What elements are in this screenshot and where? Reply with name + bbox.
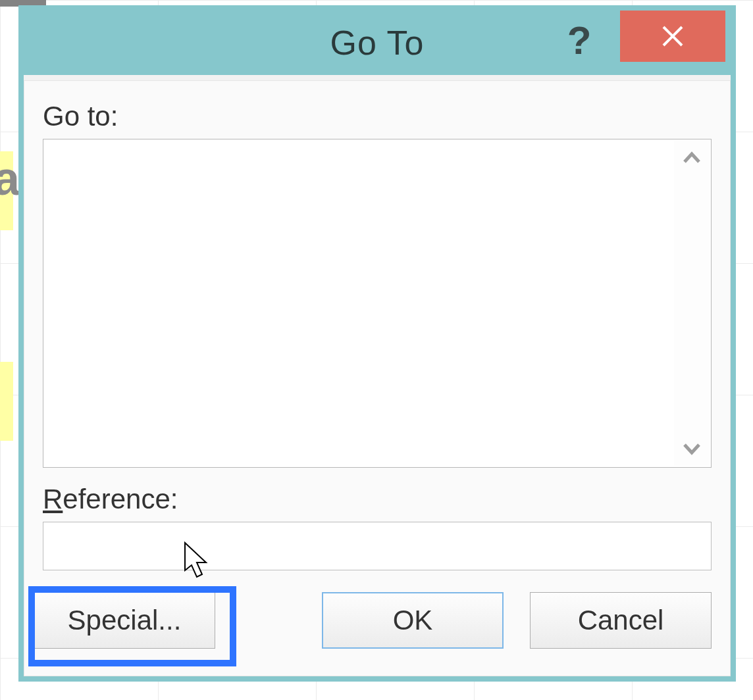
goto-scrollbar[interactable] [674, 141, 710, 466]
goto-dialog: Go To ? Go to: Reference: [18, 5, 736, 682]
bg-partial-text: a [0, 151, 20, 205]
chevron-down-icon [682, 438, 702, 458]
reference-section: Reference: [43, 484, 712, 570]
reference-input[interactable] [43, 522, 712, 570]
special-button[interactable]: Special... [34, 592, 215, 649]
close-icon [660, 23, 686, 49]
close-button[interactable] [620, 11, 725, 62]
ok-button[interactable]: OK [322, 592, 504, 649]
reference-label: Reference: [43, 484, 712, 515]
help-icon[interactable]: ? [559, 17, 599, 63]
cancel-button[interactable]: Cancel [530, 592, 712, 649]
dialog-titlebar[interactable]: Go To ? [24, 11, 731, 75]
scroll-down-button[interactable] [674, 430, 710, 466]
goto-listbox[interactable] [45, 141, 673, 466]
dialog-body: Go to: Reference: Special... OK Cancel [24, 80, 731, 676]
chevron-up-icon [682, 149, 702, 168]
scroll-up-button[interactable] [674, 141, 710, 176]
goto-label: Go to: [43, 101, 712, 132]
bg-yellow-cell-2 [0, 362, 13, 441]
goto-list-container [43, 139, 712, 468]
dialog-button-row: Special... OK Cancel [34, 581, 712, 660]
